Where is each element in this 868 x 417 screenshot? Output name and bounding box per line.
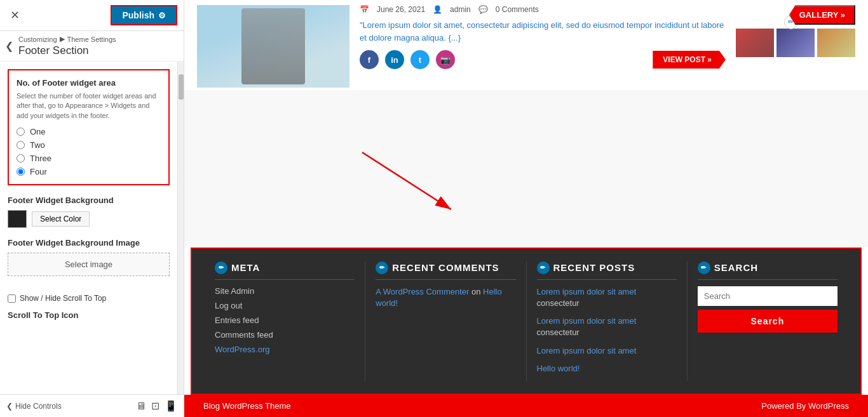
footer-post-item-1: Lorem ipsum dolor sit amet consectetur (537, 286, 677, 309)
post-image (197, 5, 349, 88)
gallery-images (736, 29, 855, 57)
twitter-button[interactable]: t (410, 50, 430, 69)
footer-meta-title: ✏ META (215, 261, 355, 280)
section-title: Footer Section (18, 44, 116, 57)
footer-left-text: Blog WordPress Theme (203, 401, 291, 411)
post-excerpt: "Lorem ipsum dolor sit amet, consectetur… (360, 19, 726, 44)
view-post-button[interactable]: VIEW POST » (653, 51, 726, 69)
scroll-to-top-row: Show / Hide Scroll To Top (8, 294, 170, 303)
breadcrumb-parent: Customizing (18, 36, 57, 43)
post-area: 📅 June 26, 2021 👤 admin 💬 0 Comments "Lo… (184, 0, 868, 90)
publish-label: Publish (122, 10, 154, 20)
scroll-to-top-checkbox[interactable] (8, 295, 16, 303)
footer-search-input[interactable] (698, 286, 837, 306)
gallery-thumb-3 (817, 29, 855, 57)
footer-widget-section: ✏ META Site Admin Log out Entries feed C… (191, 248, 862, 395)
spacer (184, 90, 868, 248)
footer-comment-item: A WordPress Commenter on Hello world! (376, 286, 515, 309)
footer-comments-title: ✏ RECENT COMMENTS (376, 261, 515, 280)
breadcrumb-separator: ▶ (60, 35, 65, 43)
post-comments: 0 Comments (496, 5, 539, 14)
scroll-top-icon-label: Scroll To Top Icon (8, 310, 170, 320)
tablet-button[interactable]: ⊡ (151, 400, 159, 412)
widget-area-box: No. of Footer widget area Select the num… (8, 69, 170, 185)
comments-pencil-icon: ✏ (376, 261, 388, 274)
posts-pencil-icon: ✏ (537, 261, 550, 274)
hide-controls-back-icon: ❮ (6, 402, 13, 411)
scrollbar-thumb (179, 74, 184, 100)
select-image-button[interactable]: Select image (8, 253, 170, 276)
radio-four[interactable]: Four (17, 167, 161, 176)
footer-comments-feed-link[interactable]: Comments feed (215, 330, 355, 340)
facebook-button[interactable]: f (360, 50, 379, 69)
bottom-bar: ❮ Hide Controls 🖥 ⊡ 📱 (0, 394, 184, 417)
panel-inner: No. of Footer widget area Select the num… (0, 62, 177, 394)
close-button[interactable]: ✕ (6, 7, 24, 23)
breadcrumb-child: Theme Settings (67, 36, 116, 43)
mobile-button[interactable]: 📱 (165, 400, 177, 412)
post-image-bg (197, 5, 349, 88)
desktop-button[interactable]: 🖥 (136, 400, 146, 412)
breadcrumb: Customizing ▶ Theme Settings (18, 35, 116, 43)
footer-bg-image-section: Footer Widget Background Image Select im… (8, 238, 170, 285)
gallery-area: ✏ GALLERY » (736, 5, 855, 88)
publish-button[interactable]: Publish ⚙ (111, 5, 177, 25)
footer-logout-link[interactable]: Log out (215, 301, 355, 310)
radio-one[interactable]: One (17, 127, 161, 136)
footer-post-item-4: Hello world! (537, 363, 677, 374)
footer-posts-title: ✏ RECENT POSTS (537, 261, 677, 280)
radio-group: One Two Three Four (17, 127, 161, 176)
gallery-button[interactable]: GALLERY » (789, 5, 855, 25)
select-color-button[interactable]: Select Color (32, 211, 90, 227)
search-pencil-icon: ✏ (698, 261, 710, 274)
footer-col-meta: ✏ META Site Admin Log out Entries feed C… (205, 261, 365, 381)
top-bar: ✕ Publish ⚙ (0, 0, 184, 31)
footer-bg-image-label: Footer Widget Background Image (8, 238, 170, 248)
footer-col-comments: ✏ RECENT COMMENTS A WordPress Commenter … (365, 261, 526, 381)
left-panel: ✕ Publish ⚙ ❮ Customizing ▶ Theme Settin… (0, 0, 184, 417)
footer-bg-label: Footer Widget Background (8, 195, 170, 205)
gallery-thumb-2 (776, 29, 815, 57)
gear-icon: ⚙ (158, 11, 166, 20)
footer-site-admin-link[interactable]: Site Admin (215, 286, 355, 296)
instagram-button[interactable]: 📷 (436, 50, 455, 69)
bottom-footer-bar: Blog WordPress Theme Powered By WordPres… (184, 395, 868, 417)
post-meta: 📅 June 26, 2021 👤 admin 💬 0 Comments "Lo… (349, 5, 736, 88)
linkedin-button[interactable]: in (385, 50, 404, 69)
scroll-top-icon-section: Scroll To Top Icon (8, 310, 170, 320)
radio-two[interactable]: Two (17, 140, 161, 150)
calendar-icon: 📅 (360, 5, 369, 14)
hide-controls-button[interactable]: ❮ Hide Controls (6, 402, 62, 411)
widget-area-title: No. of Footer widget area (17, 78, 161, 88)
main-content: 📅 June 26, 2021 👤 admin 💬 0 Comments "Lo… (184, 0, 868, 417)
color-picker-row: Select Color (8, 210, 170, 228)
footer-col-search: ✏ SEARCH Search (688, 261, 848, 381)
comment-icon: 💬 (478, 5, 488, 14)
meta-pencil-icon: ✏ (215, 261, 227, 274)
widget-area-desc: Select the number of footer widget areas… (17, 91, 161, 121)
footer-bg-section: Footer Widget Background Select Color (8, 195, 170, 228)
footer-post-item-3: Lorem ipsum dolor sit amet (537, 345, 677, 357)
footer-col-posts: ✏ RECENT POSTS Lorem ipsum dolor sit ame… (527, 261, 688, 381)
footer-search-button[interactable]: Search (698, 310, 837, 333)
back-button[interactable]: ❮ (5, 40, 13, 52)
footer-post-item-2: Lorem ipsum dolor sit amet consectetur (537, 315, 677, 338)
device-icons: 🖥 ⊡ 📱 (136, 400, 177, 412)
radio-three[interactable]: Three (17, 154, 161, 163)
post-date: June 26, 2021 (377, 5, 425, 14)
panel-scrollbar[interactable] (177, 62, 184, 394)
gallery-thumb-1 (736, 29, 774, 57)
hide-controls-label: Hide Controls (15, 402, 62, 411)
footer-wordpress-org-link[interactable]: WordPress.org (215, 345, 355, 354)
post-author: admin (450, 5, 471, 14)
color-swatch[interactable] (8, 210, 27, 228)
post-date-row: 📅 June 26, 2021 👤 admin 💬 0 Comments (360, 5, 726, 14)
footer-search-title: ✏ SEARCH (698, 261, 837, 280)
footer-entries-feed-link[interactable]: Entries feed (215, 315, 355, 325)
panel-scroll-container: No. of Footer widget area Select the num… (0, 62, 184, 394)
customizer-header: ❮ Customizing ▶ Theme Settings Footer Se… (0, 31, 184, 62)
footer-right-text: Powered By WordPress (761, 401, 849, 411)
person-icon: 👤 (433, 5, 442, 14)
post-actions: f in t 📷 VIEW POST » (360, 50, 726, 69)
scroll-to-top-label: Show / Hide Scroll To Top (20, 294, 106, 303)
